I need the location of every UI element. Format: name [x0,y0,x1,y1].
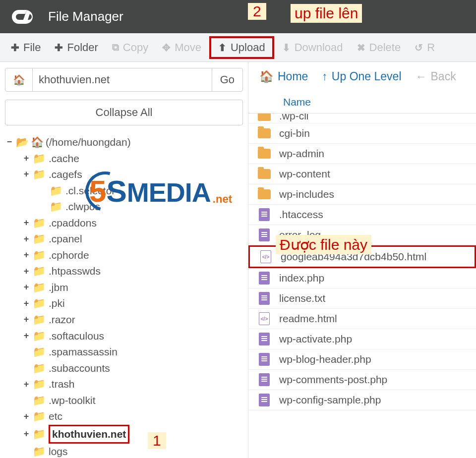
file-row[interactable]: wp-blog-header.php [248,349,476,370]
file-row[interactable]: wp-activate.php [248,329,476,349]
folder-row[interactable]: cgi-bin [248,123,476,144]
main-area: 🏠 Go Collapse All − 📂 🏠 (/home/huongdan)… [0,62,476,458]
folder-icon [257,168,271,180]
home-icon-button[interactable]: 🏠 [5,68,33,92]
tree-item-label: .spamassassin [49,344,118,360]
folder-row[interactable]: wp-content [248,164,476,184]
upload-highlight-box: ⬆ Upload [209,36,274,59]
expander-icon[interactable]: + [22,232,31,246]
tree-item[interactable]: 📁logs [5,444,243,458]
folder-icon: 📁 [33,280,46,296]
expander-icon[interactable]: + [22,281,31,294]
file-row[interactable]: .htaccess [248,205,476,225]
column-header-name[interactable]: Name [248,91,476,114]
expander-icon[interactable]: + [22,248,31,262]
delete-icon: ✖ [357,42,365,54]
tree-root[interactable]: − 📂 🏠 (/home/huongdan) [5,134,243,151]
folder-icon: 📁 [33,295,46,312]
tree-item-label: .wp-toolkit [49,393,96,409]
folder-label: Folder [67,41,98,54]
tree-item-label: .clwpos [65,199,100,215]
tree-item[interactable]: +📁.pki [5,295,243,312]
restore-label: R [427,41,435,54]
folder-open-icon: 📂 [16,134,29,151]
folder-icon: 📁 [50,199,62,215]
tree-item[interactable]: +📁.cphorde [5,247,243,264]
path-input[interactable] [33,68,212,92]
folder-icon: 📁 [33,444,46,458]
expander-icon[interactable]: + [22,427,31,441]
file-name-label: wp-activate.php [279,333,352,345]
expander-icon[interactable]: + [22,329,31,343]
folder-icon [257,127,271,139]
collapse-all-button[interactable]: Collapse All [5,100,243,125]
nav-back[interactable]: ← Back [416,70,456,83]
tree-item[interactable]: +📁.softaculous [5,328,243,344]
tree-item[interactable]: +📁.htpasswds [5,263,243,280]
tree-item[interactable]: +📁khothuvien.net [5,425,243,444]
document-icon [257,353,271,365]
document-icon [257,394,271,406]
tree-item[interactable]: +📁.cache [5,151,243,167]
expander-icon[interactable]: + [22,265,31,279]
file-row[interactable]: readme.html [248,309,476,329]
expander-icon[interactable]: − [5,135,14,149]
expander-icon[interactable]: + [22,216,31,230]
move-button[interactable]: ✥ Move [156,38,207,57]
folder-row[interactable]: wp-includes [248,184,476,205]
upload-button[interactable]: ⬆ Upload [215,39,268,56]
copy-button[interactable]: ⧉ Copy [106,38,154,57]
tree-item[interactable]: +📁.trash [5,376,243,393]
folder-row[interactable]: .wp-cli [248,114,476,123]
file-name-label: wp-includes [279,188,334,200]
folder-icon: 📁 [33,263,46,280]
tree-item-label: .cpanel [49,231,82,247]
file-row[interactable]: wp-comments-post.php [248,370,476,390]
go-button[interactable]: Go [212,68,243,92]
document-icon [257,272,271,284]
tree-item-label: logs [49,444,68,458]
copy-icon: ⧉ [112,42,119,53]
file-button[interactable]: ✚ File [5,38,47,57]
file-name-label: cgi-bin [279,127,310,139]
expander-icon[interactable]: + [22,152,31,166]
move-label: Move [175,41,201,54]
file-row[interactable]: license.txt [248,288,476,309]
restore-button[interactable]: ↺ R [409,38,441,57]
up-arrow-icon: ↑ [322,70,328,83]
tree-item[interactable]: +📁.jbm [5,280,243,296]
tree-item[interactable]: +📁.cpanel [5,231,243,247]
tree-item-label: .cpaddons [49,215,97,231]
delete-button[interactable]: ✖ Delete [351,38,407,57]
tree-item-label: .cache [49,151,79,167]
tree-item[interactable]: +📁.cagefs [5,167,243,183]
download-button[interactable]: ⬇ Download [276,38,349,57]
file-row[interactable]: index.php [248,268,476,288]
right-nav: 🏠 Home ↑ Up One Level ← Back [248,62,476,91]
folder-button[interactable]: ✚ Folder [49,38,104,57]
folder-icon: 📁 [33,215,46,231]
nav-up[interactable]: ↑ Up One Level [322,70,401,83]
nav-home[interactable]: 🏠 Home [259,70,308,83]
file-row[interactable]: wp-config-sample.php [248,390,476,410]
tree-item[interactable]: +📁etc [5,408,243,425]
tree-item[interactable]: 📁.spamassassin [5,344,243,360]
expander-icon[interactable]: + [22,313,31,327]
expander-icon[interactable]: + [22,378,31,392]
tree-item[interactable]: 📁.clwpos [5,199,243,215]
file-name-label: wp-content [279,168,330,180]
annotation-num-2: 2 [248,3,266,20]
move-icon: ✥ [162,42,171,54]
tree-item-label: .htpasswds [49,263,101,280]
expander-icon[interactable]: + [22,297,31,311]
selected-folder-highlight: khothuvien.net [49,425,129,444]
left-panel: 🏠 Go Collapse All − 📂 🏠 (/home/huongdan)… [0,62,248,458]
folder-row[interactable]: wp-admin [248,144,476,164]
tree-item[interactable]: +📁.razor [5,312,243,328]
tree-item[interactable]: 📁.subaccounts [5,360,243,377]
tree-item[interactable]: 📁.wp-toolkit [5,393,243,409]
tree-item[interactable]: +📁.cpaddons [5,215,243,231]
expander-icon[interactable]: + [22,410,31,424]
expander-icon[interactable]: + [22,168,31,181]
tree-item[interactable]: 📁.cl.selector [5,183,243,199]
